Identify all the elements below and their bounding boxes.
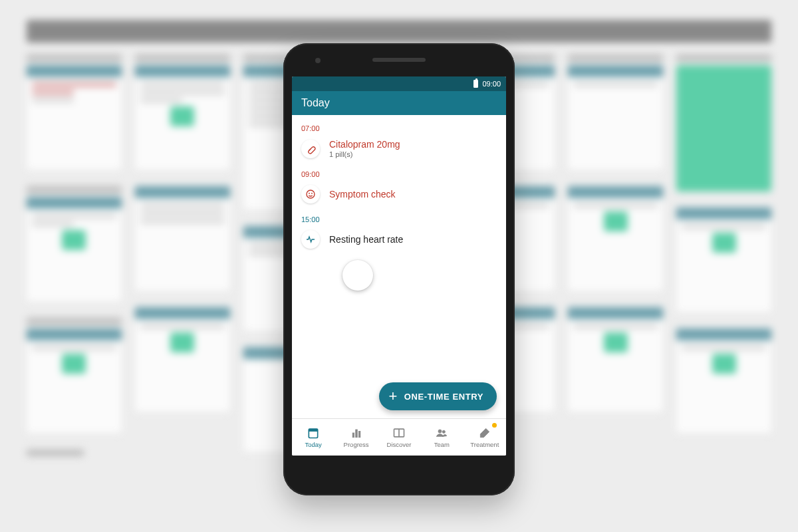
- plus-icon: +: [388, 389, 397, 404]
- nav-progress[interactable]: Progress: [334, 419, 377, 456]
- pill-icon: [301, 140, 320, 158]
- schedule-entry-symptom[interactable]: Symptom check: [301, 181, 497, 211]
- svg-rect-4: [309, 429, 318, 431]
- nav-label: Team: [434, 441, 450, 448]
- nav-today[interactable]: Today: [292, 419, 334, 456]
- nav-treatment[interactable]: Treatment: [464, 419, 506, 456]
- time-label: 09:00: [301, 170, 497, 178]
- svg-point-1: [309, 193, 310, 194]
- svg-point-10: [438, 430, 442, 433]
- svg-point-2: [312, 193, 313, 194]
- phone-screen: 09:00 Today 07:00 Citalopram 20mg 1 pill…: [292, 76, 506, 456]
- face-icon: [301, 185, 320, 203]
- progress-icon: [350, 426, 363, 440]
- nav-discover[interactable]: Discover: [378, 419, 420, 456]
- schedule-entry-medication[interactable]: Citalopram 20mg 1 pill(s): [301, 135, 497, 166]
- status-bar: 09:00: [292, 76, 506, 91]
- svg-point-11: [443, 430, 446, 433]
- nav-team[interactable]: Team: [420, 419, 463, 456]
- status-time: 09:00: [482, 80, 501, 88]
- phone-frame: 09:00 Today 07:00 Citalopram 20mg 1 pill…: [283, 43, 515, 495]
- phone-earpiece: [372, 58, 426, 62]
- svg-point-0: [307, 190, 315, 198]
- schedule-block: 07:00 Citalopram 20mg 1 pill(s): [301, 124, 497, 166]
- nav-label: Progress: [344, 441, 369, 448]
- svg-rect-6: [355, 430, 357, 438]
- schedule-block: 09:00 Symptom check: [301, 170, 497, 211]
- nav-label: Treatment: [470, 441, 499, 448]
- time-label: 07:00: [301, 124, 497, 132]
- today-icon: [307, 426, 320, 440]
- fab-label: ONE-TIME ENTRY: [404, 392, 483, 402]
- nav-label: Today: [305, 441, 322, 448]
- discover-icon: [392, 426, 406, 440]
- touch-indicator: [342, 260, 373, 291]
- entry-subtitle: 1 pill(s): [329, 150, 497, 158]
- svg-rect-7: [358, 432, 360, 438]
- phone-camera: [315, 58, 321, 63]
- nav-label: Discover: [387, 441, 412, 448]
- app-bar-title: Today: [301, 97, 330, 109]
- entry-title: Citalopram 20mg: [329, 139, 497, 150]
- heartbeat-icon: [301, 230, 320, 249]
- bottom-nav: Today Progress Discover Team Treatment: [292, 418, 506, 456]
- team-icon: [435, 426, 448, 440]
- entry-title: Resting heart rate: [329, 234, 497, 245]
- notification-badge: [492, 423, 497, 428]
- app-bar: Today: [292, 91, 506, 115]
- schedule-list: 07:00 Citalopram 20mg 1 pill(s) 09:00: [292, 115, 506, 418]
- one-time-entry-button[interactable]: + ONE-TIME ENTRY: [379, 382, 497, 410]
- svg-rect-5: [352, 433, 354, 438]
- treatment-icon: [478, 426, 491, 440]
- schedule-entry-measurement[interactable]: Resting heart rate: [301, 226, 497, 257]
- entry-title: Symptom check: [329, 189, 497, 200]
- battery-icon: [473, 80, 478, 88]
- time-label: 15:00: [301, 215, 497, 223]
- schedule-block: 15:00 Resting heart rate: [301, 215, 497, 257]
